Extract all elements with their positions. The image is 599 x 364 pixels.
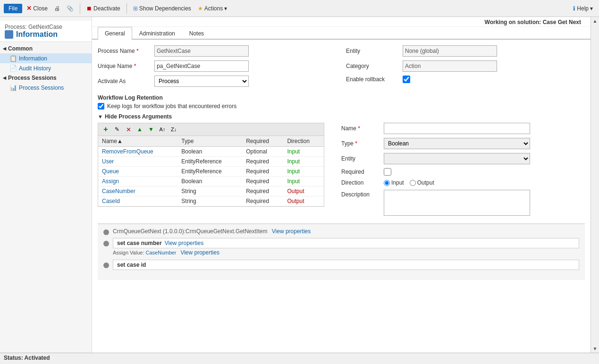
- print-icon: 🖨: [54, 5, 60, 12]
- rp-type-label: Type: [341, 140, 384, 147]
- deactivate-button[interactable]: ⏹ Deactivate: [84, 4, 123, 13]
- working-on-banner: Working on solution: Case Get Next: [92, 17, 591, 27]
- enable-rollback-label: Enable rollback: [346, 76, 403, 83]
- process-name-input[interactable]: [154, 45, 249, 57]
- step-view-props-1[interactable]: View properties: [165, 240, 204, 246]
- category-row: Category: [346, 60, 585, 72]
- table-row[interactable]: User EntityReference Required Input: [98, 157, 324, 167]
- table-row[interactable]: RemoveFromQueue Boolean Optional Input: [98, 147, 324, 157]
- help-icon: ℹ: [573, 5, 575, 12]
- rp-description-textarea[interactable]: [384, 190, 530, 216]
- add-arg-button[interactable]: +: [101, 125, 111, 134]
- close-button[interactable]: ✕ Close: [24, 4, 50, 13]
- col-required: Required: [242, 136, 283, 147]
- attach-icon: 📎: [67, 5, 74, 12]
- unique-name-label: Unique Name: [98, 63, 154, 69]
- rp-entity-row: Entity: [341, 153, 530, 164]
- step-text-0: CrmQueueGetNext (1.0.0.0):CrmQueueGetNex…: [113, 228, 267, 235]
- status-text: Status: Activated: [4, 355, 50, 361]
- col-name: Name▲: [98, 136, 177, 147]
- args-table-wrap: Name▲ Type Required Direction RemoveFrom…: [98, 135, 324, 207]
- form-area: Process Name Unique Name Activate As Pro…: [92, 40, 591, 353]
- collapse-arrow-icon: ▼: [98, 114, 103, 119]
- scroll-up-button[interactable]: ▲: [591, 17, 599, 25]
- scroll-down-button[interactable]: ▼: [591, 345, 599, 353]
- args-table-area: + ✎ ✕ ▲ ▼ A↑ Z↓ Nam: [98, 123, 324, 207]
- steps-area: CrmQueueGetNext (1.0.0.0):CrmQueueGetNex…: [98, 223, 585, 280]
- enable-rollback-row: Enable rollback: [346, 76, 585, 83]
- content-area: Process: GetNextCase Information ◀ Commo…: [0, 17, 599, 353]
- step-title-text-2: set case id: [117, 262, 146, 268]
- rp-name-row: Name: [341, 123, 530, 134]
- sidebar-item-process-sessions[interactable]: 📊 Process Sessions: [0, 83, 92, 93]
- separator-2: [127, 3, 127, 14]
- table-row[interactable]: Queue EntityReference Required Input: [98, 167, 324, 177]
- col-type: Type: [177, 136, 242, 147]
- edit-arg-button[interactable]: ✎: [112, 125, 122, 134]
- table-row[interactable]: Assign Boolean Required Input: [98, 177, 324, 186]
- tab-notes[interactable]: Notes: [182, 27, 211, 40]
- tab-general[interactable]: General: [98, 27, 132, 40]
- separator-1: [80, 3, 80, 14]
- tab-administration[interactable]: Administration: [132, 27, 182, 40]
- step-row-0: CrmQueueGetNext (1.0.0.0):CrmQueueGetNex…: [103, 228, 579, 235]
- page-title-icon: [5, 30, 13, 39]
- rp-name-input[interactable]: [384, 123, 530, 134]
- rp-direction-output-label[interactable]: Output: [410, 179, 434, 186]
- rp-direction-output-radio[interactable]: [410, 180, 416, 186]
- form-columns: Process Name Unique Name Activate As Pro…: [98, 45, 585, 91]
- chevron-down-icon: ◀: [3, 46, 6, 51]
- sidebar-item-audit-history[interactable]: 📄 Audit History: [0, 63, 92, 73]
- sidebar-group-common[interactable]: ◀ Common: [0, 44, 92, 53]
- rp-type-row: Type Boolean String EntityReference: [341, 138, 530, 149]
- audit-icon: 📄: [9, 65, 17, 72]
- delete-arg-button[interactable]: ✕: [123, 125, 134, 134]
- activate-as-label: Activate As: [98, 78, 154, 85]
- move-up-button[interactable]: ▲: [135, 125, 145, 134]
- show-dependencies-button[interactable]: ⊞ Show Dependencies: [131, 4, 194, 13]
- help-button[interactable]: ℹ Help ▾: [571, 4, 595, 13]
- category-input: [403, 60, 497, 72]
- rp-required-checkbox[interactable]: [384, 168, 391, 176]
- step-view-props-0[interactable]: View properties: [272, 228, 311, 235]
- rp-direction-label: Direction: [341, 179, 384, 186]
- args-toolbar: + ✎ ✕ ▲ ▼ A↑ Z↓: [98, 123, 324, 135]
- chevron-down-icon-2: ◀: [3, 76, 6, 80]
- enable-rollback-checkbox[interactable]: [403, 76, 410, 83]
- page-title-text: Information: [16, 30, 58, 39]
- help-dropdown-icon: ▾: [590, 5, 593, 12]
- rp-entity-select[interactable]: [384, 153, 530, 164]
- table-row[interactable]: CaseId String Required Output: [98, 196, 324, 206]
- form-left-col: Process Name Unique Name Activate As Pro…: [98, 45, 337, 91]
- entity-row: Entity: [346, 45, 585, 57]
- step-subtitle-link-1[interactable]: CaseNumber: [146, 250, 177, 255]
- rp-direction-input-label[interactable]: Input: [384, 179, 404, 186]
- scroll-bar[interactable]: ▲ ▼: [591, 17, 599, 353]
- step-bullet-2: [103, 262, 109, 268]
- actions-button[interactable]: ★ Actions ▾: [195, 4, 229, 13]
- form-right-col: Entity Category Enable rollback: [346, 45, 585, 91]
- move-down-button[interactable]: ▼: [146, 125, 156, 134]
- rp-description-label: Description: [341, 190, 384, 198]
- attach-button[interactable]: 📎: [64, 4, 76, 13]
- sidebar-group-process-sessions[interactable]: ◀ Process Sessions: [0, 73, 92, 83]
- actions-dropdown-icon: ▾: [224, 5, 227, 12]
- rp-entity-label: Entity: [341, 155, 384, 162]
- keep-logs-checkbox[interactable]: [98, 103, 104, 110]
- hide-process-args-header[interactable]: ▼ Hide Process Arguments: [98, 113, 585, 120]
- sort-za-button[interactable]: Z↓: [169, 125, 179, 134]
- unique-name-input[interactable]: [154, 60, 249, 72]
- file-button[interactable]: File: [4, 4, 22, 13]
- step-subtitle-view-props-1[interactable]: View properties: [180, 249, 219, 256]
- sidebar-item-information[interactable]: 📋 Information: [0, 53, 92, 63]
- table-row[interactable]: CaseNumber String Required Output: [98, 186, 324, 196]
- main-area: Working on solution: Case Get Next Gener…: [92, 17, 591, 353]
- rp-direction-input-radio[interactable]: [384, 180, 390, 186]
- rp-required-row: Required: [341, 168, 530, 176]
- print-button[interactable]: 🖨: [52, 4, 62, 13]
- deactivate-icon: ⏹: [86, 5, 92, 12]
- close-icon: ✕: [26, 5, 32, 12]
- rp-type-select[interactable]: Boolean String EntityReference: [384, 138, 530, 149]
- sort-az-button[interactable]: A↑: [157, 125, 168, 134]
- activate-as-select[interactable]: Process: [154, 76, 249, 87]
